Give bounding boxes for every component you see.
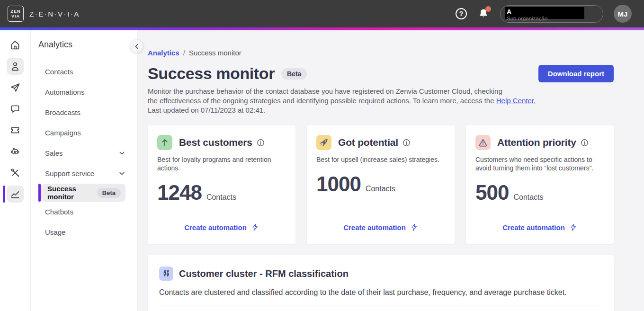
avatar-initials: MJ (618, 10, 628, 18)
topbar: ZEN VIA Z·E·N·V·I·A ? A Sub organização … (0, 0, 644, 27)
card-description: Customers who need specific actions to a… (475, 155, 604, 172)
breadcrumb-current: Success monitor (189, 49, 242, 57)
contacts-unit: Contacts (513, 193, 543, 202)
chevron-down-icon (117, 169, 126, 178)
rfm-description: Contacts are clustered and classified ac… (159, 288, 602, 297)
best-customers-card: Best customers Best for loyalty programs… (148, 125, 295, 244)
help-glyph: ? (459, 10, 464, 18)
sidebar: Analytics Contacts Automations Broadcast… (31, 30, 137, 311)
active-section-indicator (3, 186, 5, 203)
card-title: Best customers (179, 137, 252, 148)
page-header: Success monitor Beta Download report (148, 64, 614, 83)
sidebar-item-sales[interactable]: Sales (31, 143, 137, 163)
rocket-icon (316, 135, 331, 150)
logo-text-top: ZEN (11, 9, 21, 14)
got-potential-card: Got potential Best for upsell (increase … (307, 125, 455, 244)
arrow-up-icon (157, 135, 172, 150)
contacts-unit: Contacts (206, 193, 236, 202)
sidebar-item-usage[interactable]: Usage (31, 222, 137, 242)
create-automation-link[interactable]: Create automation (157, 223, 286, 231)
rail-chat-icon[interactable] (7, 100, 24, 117)
last-updated-text: Last updated on 07/11/2023 at 02:41. (148, 106, 265, 114)
attention-priority-card: Attention priority Customers who need sp… (466, 125, 614, 244)
segment-cards-row: Best customers Best for loyalty programs… (148, 125, 614, 244)
card-header: Attention priority (475, 135, 604, 150)
info-icon[interactable] (257, 139, 265, 147)
sidebar-item-label: Automations (45, 88, 84, 96)
sidebar-item-label: Contacts (45, 68, 73, 76)
chevron-left-icon (133, 42, 141, 51)
rail-contacts-icon[interactable] (7, 58, 24, 75)
lightning-icon (569, 223, 577, 231)
create-automation-label: Create automation (184, 223, 247, 231)
info-icon[interactable] (581, 139, 589, 147)
card-title: Attention priority (497, 137, 576, 148)
beta-badge: Beta (281, 68, 307, 80)
create-automation-link[interactable]: Create automation (316, 223, 445, 231)
beta-badge: Beta (97, 188, 121, 198)
breadcrumb-analytics-link[interactable]: Analytics (148, 49, 179, 57)
lightning-icon (410, 223, 418, 231)
warning-icon (475, 135, 491, 150)
sidebar-item-chatbots[interactable]: Chatbots (31, 202, 137, 222)
contacts-count: 1000 (316, 172, 361, 196)
user-avatar[interactable]: MJ (614, 5, 632, 23)
rail-tools-icon[interactable] (7, 164, 24, 181)
rail-home-icon[interactable] (7, 36, 24, 53)
sidebar-item-label: Usage (45, 228, 65, 236)
sidebar-item-broadcasts[interactable]: Broadcasts (31, 102, 137, 123)
logo-text-bottom: VIA (11, 14, 20, 18)
topbar-actions: ? A Sub organização MJ (456, 5, 632, 23)
main-content: Analytics / Success monitor Success moni… (137, 30, 644, 311)
sidebar-collapse-button[interactable] (130, 40, 143, 53)
notification-dot (485, 6, 491, 12)
sidebar-item-automations[interactable]: Automations (31, 82, 137, 102)
people-icon (159, 267, 173, 281)
rfm-title: Customer cluster - RFM classification (179, 268, 349, 279)
page-title: Success monitor (148, 64, 275, 83)
rail-send-icon[interactable] (7, 79, 24, 96)
contacts-count: 1248 (157, 181, 202, 204)
card-header: Best customers (157, 135, 286, 150)
rfm-header: Customer cluster - RFM classification (159, 267, 602, 281)
description-line-1: Monitor the purchase behavior of the con… (148, 87, 502, 95)
sub-organization-label: Sub organização (507, 16, 547, 21)
sidebar-item-label: Campaigns (45, 129, 81, 137)
breadcrumb: Analytics / Success monitor (148, 49, 614, 57)
breadcrumb-separator: / (183, 49, 185, 57)
organization-selector[interactable]: A Sub organização (500, 5, 603, 23)
card-header: Got potential (316, 135, 445, 150)
rail-analytics-icon[interactable] (7, 186, 24, 203)
contacts-count: 500 (475, 181, 509, 204)
sidebar-item-label: Support service (45, 169, 94, 178)
rail-robot-icon[interactable] (7, 143, 24, 160)
sidebar-item-label: Success monitor (47, 185, 97, 201)
card-metric: 500 Contacts (475, 181, 604, 204)
sidebar-item-support-service[interactable]: Support service (31, 163, 137, 184)
sidebar-item-label: Sales (45, 149, 63, 157)
create-automation-link[interactable]: Create automation (475, 223, 604, 231)
card-title: Got potential (338, 137, 398, 148)
download-report-button[interactable]: Download report (538, 65, 614, 82)
rfm-classification-card: Customer cluster - RFM classification Co… (148, 255, 614, 311)
info-icon[interactable] (402, 139, 411, 147)
sidebar-item-label: Broadcasts (45, 108, 80, 116)
organization-name-fragment: A (507, 8, 511, 16)
rfm-divider (159, 305, 602, 305)
card-description: Best for upsell (increase sales) strateg… (316, 155, 445, 164)
help-center-link[interactable]: Help Center. (496, 97, 536, 105)
sidebar-item-label: Chatbots (45, 208, 73, 216)
help-icon[interactable]: ? (456, 8, 467, 19)
sidebar-item-contacts[interactable]: Contacts (31, 62, 137, 82)
rail-ticket-icon[interactable] (7, 122, 24, 139)
notifications-bell-icon[interactable] (477, 8, 490, 20)
sidebar-item-success-monitor[interactable]: Success monitor Beta (41, 184, 125, 202)
page-description: Monitor the purchase behavior of the con… (148, 87, 614, 115)
zenvia-logo-icon[interactable]: ZEN VIA (8, 6, 24, 22)
active-item-indicator (38, 184, 41, 202)
chevron-down-icon (117, 149, 126, 158)
brand-wordmark: Z·E·N·V·I·A (29, 10, 80, 18)
icon-rail (0, 30, 31, 311)
sidebar-item-campaigns[interactable]: Campaigns (31, 123, 137, 143)
create-automation-label: Create automation (343, 223, 406, 231)
